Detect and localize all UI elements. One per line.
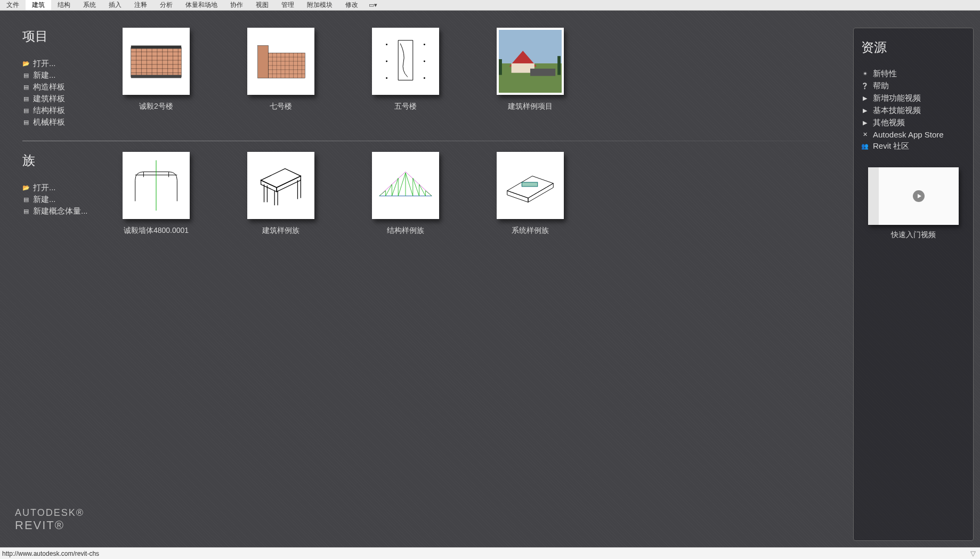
file-icon: ▤ xyxy=(22,72,30,79)
svg-point-40 xyxy=(424,61,425,62)
logo-line1: AUTODESK® xyxy=(15,507,84,519)
svg-rect-49 xyxy=(557,56,561,75)
play-icon: ▶ xyxy=(861,107,869,115)
product-logo: AUTODESK® REVIT® xyxy=(15,507,84,532)
tab-insert[interactable]: 插入 xyxy=(102,0,128,10)
start-screen: 项目 📂打开... ▤新建... ▤构造样板 ▤建筑样板 ▤结构样板 ▤机械样板 xyxy=(0,11,980,547)
svg-rect-18 xyxy=(258,46,269,78)
family-label-3: 结构样例族 xyxy=(387,226,424,236)
svg-marker-80 xyxy=(507,176,554,198)
svg-marker-55 xyxy=(261,180,277,192)
tab-view[interactable]: 视图 xyxy=(249,0,275,10)
project-label-2: 七号楼 xyxy=(270,102,292,111)
projects-new[interactable]: ▤新建... xyxy=(22,70,118,80)
tab-massing-site[interactable]: 体量和场地 xyxy=(179,0,224,10)
file-icon: ▤ xyxy=(22,119,30,126)
tab-manage[interactable]: 管理 xyxy=(275,0,301,10)
svg-marker-56 xyxy=(277,176,301,192)
tab-addins[interactable]: 附加模块 xyxy=(301,0,339,10)
family-item-2[interactable]: 建筑样例族 xyxy=(247,152,314,236)
res-label: 新特性 xyxy=(873,69,897,79)
res-whats-new[interactable]: ✴新特性 xyxy=(861,69,966,79)
svg-point-38 xyxy=(424,44,425,45)
tab-analyze[interactable]: 分析 xyxy=(153,0,179,10)
projects-struct-template[interactable]: ▤结构样板 xyxy=(22,106,118,116)
tab-modify[interactable]: 修改 xyxy=(339,0,365,10)
family-label-2: 建筑样例族 xyxy=(262,226,299,236)
res-label: 其他视频 xyxy=(873,118,905,128)
folder-icon: 📂 xyxy=(22,60,30,68)
tab-file[interactable]: 文件 xyxy=(0,0,26,10)
families-open[interactable]: 📂打开... xyxy=(22,183,118,193)
start-left-content: 项目 📂打开... ▤新建... ▤构造样板 ▤建筑样板 ▤结构样板 ▤机械样板 xyxy=(6,28,846,541)
tab-structure[interactable]: 结构 xyxy=(51,0,77,10)
res-label: Autodesk App Store xyxy=(873,130,944,139)
families-title: 族 xyxy=(22,152,118,169)
projects-title: 项目 xyxy=(22,28,118,45)
projects-section: 项目 📂打开... ▤新建... ▤构造样板 ▤建筑样板 ▤结构样板 ▤机械样板 xyxy=(22,28,846,127)
svg-line-73 xyxy=(386,184,392,196)
quickstart-video-label: 快速入门视频 xyxy=(891,230,936,240)
link-label: 新建概念体量... xyxy=(33,206,88,216)
tab-collaborate[interactable]: 协作 xyxy=(224,0,249,10)
family-label-1: 诚毅墙体4800.0001 xyxy=(124,226,189,236)
ribbon-dropdown-icon[interactable]: ▭▾ xyxy=(369,2,377,9)
families-new-conceptual-mass[interactable]: ▤新建概念体量... xyxy=(22,206,118,216)
link-label: 新建... xyxy=(33,70,56,80)
folder-icon: 📂 xyxy=(22,184,30,192)
svg-line-79 xyxy=(425,191,432,196)
projects-mech-template[interactable]: ▤机械样板 xyxy=(22,117,118,127)
project-label-3: 五号楼 xyxy=(394,102,417,111)
svg-rect-0 xyxy=(131,47,181,77)
family-thumb-1 xyxy=(123,152,190,219)
ribbon-tabs: 文件 建筑 结构 系统 插入 注释 分析 体量和场地 协作 视图 管理 附加模块… xyxy=(0,0,980,11)
res-essential-skills-video[interactable]: ▶基本技能视频 xyxy=(861,106,966,116)
svg-line-76 xyxy=(406,173,413,196)
families-header-col: 族 📂打开... ▤新建... ▤新建概念体量... xyxy=(22,152,118,236)
project-item-4[interactable]: 建筑样例项目 xyxy=(497,28,564,127)
res-label: 新增功能视频 xyxy=(873,93,921,103)
family-item-1[interactable]: 诚毅墙体4800.0001 xyxy=(123,152,190,236)
families-new[interactable]: ▤新建... xyxy=(22,195,118,205)
projects-header-col: 项目 📂打开... ▤新建... ▤构造样板 ▤建筑样板 ▤结构样板 ▤机械样板 xyxy=(22,28,118,127)
projects-thumbs: 诚毅2号楼 七号楼 xyxy=(118,28,564,127)
link-label: 打开... xyxy=(33,59,56,69)
filter-icon[interactable]: ▽ xyxy=(970,549,976,557)
svg-point-42 xyxy=(424,77,425,79)
status-url: http://www.autodesk.com/revit-chs xyxy=(2,550,99,557)
family-item-4[interactable]: 系统样例族 xyxy=(497,152,564,236)
resources-links: ✴新特性 ❔帮助 ▶新增功能视频 ▶基本技能视频 ▶其他视频 ✕Autodesk… xyxy=(861,69,966,151)
file-icon: ▤ xyxy=(22,84,30,91)
link-label: 结构样板 xyxy=(33,106,65,116)
families-links: 📂打开... ▤新建... ▤新建概念体量... xyxy=(22,183,118,216)
res-other-videos[interactable]: ▶其他视频 xyxy=(861,118,966,128)
family-label-4: 系统样例族 xyxy=(512,226,549,236)
link-label: 建筑样板 xyxy=(33,94,65,104)
svg-point-41 xyxy=(386,77,387,79)
project-thumb-2 xyxy=(247,28,314,95)
projects-arch-template[interactable]: ▤建筑样板 xyxy=(22,94,118,104)
projects-open[interactable]: 📂打开... xyxy=(22,59,118,69)
x-icon: ✕ xyxy=(861,131,869,139)
svg-rect-47 xyxy=(530,69,555,76)
tab-systems[interactable]: 系统 xyxy=(77,0,102,10)
quickstart-video-thumb xyxy=(868,167,959,225)
res-app-store[interactable]: ✕Autodesk App Store xyxy=(861,130,966,139)
res-community[interactable]: 👥Revit 社区 xyxy=(861,141,966,151)
family-item-3[interactable]: 结构样例族 xyxy=(372,152,439,236)
project-thumb-1 xyxy=(123,28,190,95)
project-item-2[interactable]: 七号楼 xyxy=(247,28,314,127)
projects-construction-template[interactable]: ▤构造样板 xyxy=(22,82,118,92)
project-item-3[interactable]: 五号楼 xyxy=(372,28,439,127)
res-label: 基本技能视频 xyxy=(873,106,921,116)
project-item-1[interactable]: 诚毅2号楼 xyxy=(123,28,190,127)
quickstart-video[interactable]: 快速入门视频 xyxy=(861,167,966,240)
resources-panel: 资源 ✴新特性 ❔帮助 ▶新增功能视频 ▶基本技能视频 ▶其他视频 ✕Autod… xyxy=(853,28,974,541)
play-icon: ▶ xyxy=(861,95,869,102)
link-label: 打开... xyxy=(33,183,56,193)
tab-annotate[interactable]: 注释 xyxy=(128,0,153,10)
tab-architecture[interactable]: 建筑 xyxy=(26,0,51,10)
link-label: 构造样板 xyxy=(33,82,65,92)
res-help[interactable]: ❔帮助 xyxy=(861,81,966,91)
res-new-features-video[interactable]: ▶新增功能视频 xyxy=(861,93,966,103)
